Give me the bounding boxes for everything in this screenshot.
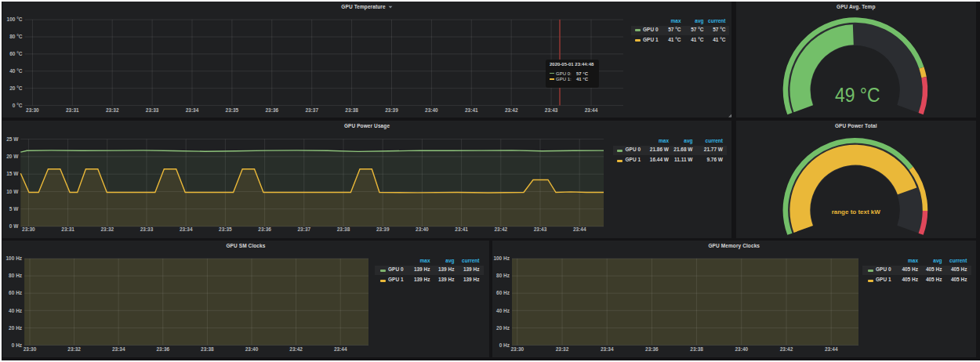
svg-text:23:32: 23:32: [556, 346, 569, 352]
svg-text:0 Hz: 0 Hz: [12, 342, 23, 348]
svg-text:23:42: 23:42: [505, 107, 518, 113]
svg-text:40 °C: 40 °C: [9, 68, 23, 74]
svg-text:23:30: 23:30: [22, 226, 35, 232]
svg-text:20 Hz: 20 Hz: [496, 325, 510, 331]
svg-text:23:31: 23:31: [66, 107, 79, 113]
svg-text:23:30: 23:30: [26, 107, 39, 113]
svg-text:23:38: 23:38: [337, 226, 350, 232]
svg-text:23:32: 23:32: [100, 226, 114, 232]
svg-text:60 Hz: 60 Hz: [9, 290, 23, 295]
svg-text:23:40: 23:40: [416, 226, 429, 232]
svg-text:23:43: 23:43: [534, 226, 547, 232]
svg-text:23:33: 23:33: [146, 107, 159, 113]
svg-text:23:32: 23:32: [106, 107, 119, 113]
svg-text:20 Hz: 20 Hz: [9, 325, 23, 331]
svg-text:23:36: 23:36: [645, 346, 659, 352]
svg-text:0 W: 0 W: [9, 223, 19, 229]
svg-text:23:36: 23:36: [258, 226, 271, 232]
svg-text:15 W: 15 W: [6, 171, 19, 176]
svg-text:0 °C: 0 °C: [13, 103, 23, 108]
svg-text:23:34: 23:34: [112, 346, 125, 352]
svg-text:23:40: 23:40: [735, 346, 748, 352]
svg-text:23:33: 23:33: [140, 226, 154, 232]
svg-text:23:42: 23:42: [780, 346, 793, 352]
svg-text:23:44: 23:44: [573, 226, 586, 232]
svg-text:23:38: 23:38: [690, 346, 703, 352]
svg-text:10 W: 10 W: [6, 189, 19, 194]
svg-text:23:36: 23:36: [265, 107, 278, 113]
svg-text:23:38: 23:38: [345, 107, 358, 113]
svg-text:23:30: 23:30: [510, 346, 524, 352]
svg-text:60 °C: 60 °C: [9, 51, 23, 56]
svg-text:23:34: 23:34: [186, 107, 199, 113]
svg-text:23:30: 23:30: [24, 346, 37, 352]
svg-text:40 Hz: 40 Hz: [496, 308, 510, 313]
svg-text:23:40: 23:40: [425, 107, 438, 113]
svg-text:23:34: 23:34: [601, 346, 614, 352]
svg-text:0 Hz: 0 Hz: [499, 342, 510, 348]
svg-text:23:43: 23:43: [545, 107, 558, 113]
svg-text:5 W: 5 W: [9, 206, 19, 212]
svg-text:23:31: 23:31: [61, 226, 74, 232]
svg-text:23:44: 23:44: [334, 346, 347, 352]
svg-text:23:35: 23:35: [226, 107, 239, 113]
svg-text:23:35: 23:35: [219, 226, 232, 232]
svg-text:23:37: 23:37: [305, 107, 318, 113]
svg-text:23:37: 23:37: [297, 226, 310, 232]
svg-text:23:42: 23:42: [289, 346, 303, 352]
svg-text:23:39: 23:39: [376, 226, 390, 232]
svg-text:23:32: 23:32: [67, 346, 81, 352]
svg-text:60 Hz: 60 Hz: [496, 290, 510, 295]
svg-text:23:42: 23:42: [494, 226, 507, 232]
svg-text:23:41: 23:41: [465, 107, 478, 113]
svg-text:23:44: 23:44: [585, 107, 598, 113]
svg-text:23:39: 23:39: [385, 107, 398, 113]
svg-text:23:44: 23:44: [825, 346, 838, 352]
svg-text:23:40: 23:40: [245, 346, 259, 352]
svg-text:23:36: 23:36: [156, 346, 169, 352]
svg-text:23:34: 23:34: [180, 226, 193, 232]
svg-text:23:38: 23:38: [201, 346, 214, 352]
svg-text:40 Hz: 40 Hz: [9, 308, 23, 313]
svg-text:20 °C: 20 °C: [9, 85, 23, 91]
svg-text:23:41: 23:41: [455, 226, 468, 232]
